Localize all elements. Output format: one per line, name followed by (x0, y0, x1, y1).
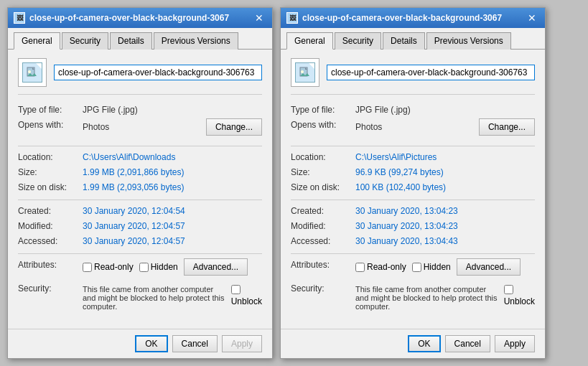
sizeondisk-label-1: Size on disk: (18, 181, 83, 194)
size-label-1: Size: (18, 166, 83, 179)
security-label-2: Security: (291, 282, 355, 311)
hidden-text-2: Hidden (424, 262, 451, 272)
hidden-checkbox-1[interactable]: Hidden (139, 262, 178, 272)
divider-2c (291, 253, 535, 254)
attributes-row-1: Read-only Hidden Advanced... (83, 258, 262, 276)
advanced-button-1[interactable]: Advanced... (184, 258, 248, 276)
apply-button-1[interactable]: Apply (222, 335, 262, 352)
advanced-button-2[interactable]: Advanced... (457, 258, 521, 276)
svg-point-3 (301, 70, 304, 73)
security-row-2: This file came from another computer and… (355, 285, 535, 311)
ok-button-1[interactable]: OK (135, 335, 167, 352)
file-icon-inner-2 (295, 62, 315, 83)
size-value-1: 1.99 MB (2,091,866 bytes) (83, 166, 262, 179)
dialog-title-1: close-up-of-camera-over-black-background… (29, 13, 229, 23)
size-value-2: 96.9 KB (99,274 bytes) (355, 166, 535, 179)
info-grid-1b: Location: C:\Users\Alif\Downloads Size: … (18, 151, 262, 194)
tab-details-2[interactable]: Details (383, 32, 425, 50)
filename-input-2[interactable] (327, 65, 535, 80)
divider-1c (18, 253, 262, 254)
tab-security-1[interactable]: Security (62, 32, 108, 50)
dialog-2: 🖼 close-up-of-camera-over-black-backgrou… (280, 7, 546, 359)
file-icon-inner-1 (22, 62, 42, 83)
attributes-label-2: Attributes: (291, 258, 355, 280)
created-label-2: Created: (291, 205, 355, 217)
tabs-2: General Security Details Previous Versio… (281, 28, 545, 50)
opens-value-1: Photos (83, 121, 203, 133)
unblock-text-1: Unblock (231, 296, 262, 306)
cancel-button-2[interactable]: Cancel (445, 335, 490, 352)
title-bar-left-1: 🖼 close-up-of-camera-over-black-backgrou… (14, 12, 229, 24)
tab-general-2[interactable]: General (286, 32, 333, 50)
location-label-1: Location: (18, 151, 83, 164)
close-button-1[interactable]: ✕ (252, 11, 266, 25)
title-bar-left-2: 🖼 close-up-of-camera-over-black-backgrou… (286, 12, 502, 24)
info-grid-1: Type of file: JPG File (.jpg) Opens with… (18, 103, 262, 140)
created-value-2: 30 January 2020, 13:04:23 (355, 205, 535, 217)
title-bar-2: 🖼 close-up-of-camera-over-black-backgrou… (281, 8, 545, 28)
cancel-button-1[interactable]: Cancel (172, 335, 218, 352)
sizeondisk-value-1: 1.99 MB (2,093,056 bytes) (83, 181, 262, 194)
title-bar-1: 🖼 close-up-of-camera-over-black-backgrou… (8, 8, 272, 28)
close-button-2[interactable]: ✕ (525, 11, 539, 25)
security-text-1: This file came from another computer and… (83, 285, 225, 311)
tabs-1: General Security Details Previous Versio… (8, 28, 272, 50)
readonly-input-1[interactable] (83, 263, 92, 272)
hidden-checkbox-2[interactable]: Hidden (412, 262, 451, 272)
file-icon-box-2 (291, 58, 319, 87)
accessed-label-1: Accessed: (18, 235, 83, 248)
unblock-checkbox-2[interactable]: Unblock (504, 285, 535, 306)
location-value-1: C:\Users\Alif\Downloads (83, 151, 262, 164)
dialog-title-2: close-up-of-camera-over-black-background… (302, 13, 502, 23)
divider-2b (291, 200, 535, 200)
security-text-2: This file came from another computer and… (355, 285, 498, 311)
hidden-input-1[interactable] (139, 263, 149, 272)
location-value-2: C:\Users\Alif\Pictures (355, 151, 535, 164)
opens-label-1: Opens with: (18, 118, 83, 140)
tab-general-1[interactable]: General (14, 32, 60, 50)
hidden-input-2[interactable] (412, 263, 421, 272)
tab-security-2[interactable]: Security (335, 32, 381, 50)
change-button-2[interactable]: Change... (479, 118, 535, 136)
opens-with-row-2: Photos Change... (355, 118, 535, 136)
readonly-checkbox-1[interactable]: Read-only (83, 262, 134, 272)
opens-label-2: Opens with: (291, 118, 355, 140)
content-2: Type of file: JPG File (.jpg) Opens with… (281, 50, 545, 329)
accessed-value-1: 30 January 2020, 12:04:57 (83, 235, 262, 248)
info-grid-2: Type of file: JPG File (.jpg) Opens with… (291, 103, 535, 140)
unblock-input-2[interactable] (504, 285, 513, 294)
type-label-2: Type of file: (291, 103, 355, 116)
unblock-checkbox-1[interactable]: Unblock (231, 285, 262, 306)
dialog-1: 🖼 close-up-of-camera-over-black-backgrou… (7, 7, 273, 359)
file-title-icon-2: 🖼 (286, 12, 298, 24)
opens-value-2: Photos (355, 121, 476, 133)
change-button-1[interactable]: Change... (206, 118, 262, 136)
modified-value-2: 30 January 2020, 13:04:23 (355, 220, 535, 233)
modified-label-2: Modified: (291, 220, 355, 233)
ok-button-2[interactable]: OK (408, 335, 440, 352)
created-label-1: Created: (18, 205, 83, 217)
location-label-2: Location: (291, 151, 355, 164)
divider-2a (291, 146, 535, 146)
tab-details-1[interactable]: Details (110, 32, 152, 50)
unblock-input-1[interactable] (231, 285, 241, 294)
security-row-1: This file came from another computer and… (83, 285, 262, 311)
attributes-label-1: Attributes: (18, 258, 83, 280)
readonly-input-2[interactable] (355, 263, 365, 272)
readonly-text-1: Read-only (94, 262, 134, 272)
sizeondisk-value-2: 100 KB (102,400 bytes) (355, 181, 535, 194)
tab-previous-versions-2[interactable]: Previous Versions (426, 32, 511, 50)
info-grid-1c: Created: 30 January 2020, 12:04:54 Modif… (18, 205, 262, 248)
bottom-buttons-2: OK Cancel Apply (281, 329, 545, 358)
filename-input-1[interactable] (54, 65, 262, 80)
divider-1a (18, 146, 262, 146)
apply-button-2[interactable]: Apply (495, 335, 535, 352)
sizeondisk-label-2: Size on disk: (291, 181, 355, 194)
file-header-2 (291, 58, 535, 95)
readonly-checkbox-2[interactable]: Read-only (355, 262, 406, 272)
created-value-1: 30 January 2020, 12:04:54 (83, 205, 262, 217)
svg-point-1 (28, 70, 31, 73)
attributes-row-2: Read-only Hidden Advanced... (355, 258, 535, 276)
accessed-label-2: Accessed: (291, 235, 355, 248)
tab-previous-versions-1[interactable]: Previous Versions (154, 32, 238, 50)
